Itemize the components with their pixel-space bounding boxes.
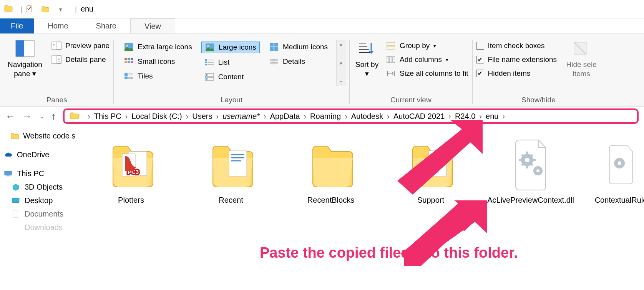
tree-item[interactable]: Downloads [2,221,72,234]
details-pane-label: Details pane [65,55,106,64]
file-name-extensions-toggle[interactable]: File name extensions [476,55,557,64]
tree-item-this-pc[interactable]: This PC [2,167,72,180]
group-layout: Extra large icons Small icons Tiles Larg… [114,38,349,107]
breadcrumb-separator-icon[interactable]: › [125,112,128,121]
back-button[interactable]: ← [5,110,15,122]
layout-tiles[interactable]: Tiles [121,71,195,82]
group-by-button[interactable]: Group by ▾ [386,42,468,50]
tab-file[interactable]: File [0,18,34,33]
sort-label: Sort by ▾ [354,60,380,78]
title-bar: | ▾ | enu [0,0,644,18]
tab-home[interactable]: Home [34,18,82,33]
svg-rect-15 [131,58,133,60]
layout-list[interactable]: List [201,57,260,68]
layout-small-icons[interactable]: Small icons [121,56,195,67]
svg-rect-61 [12,198,19,202]
details-pane-button[interactable]: Details pane [51,55,110,64]
up-button[interactable]: ↑ [51,110,56,122]
annotation-arrow-icon [394,118,486,195]
open-folder-icon[interactable] [40,4,50,14]
breadcrumb-segment[interactable]: Autodesk [351,112,383,121]
layout-label: Tiles [138,72,153,80]
downloads-icon [11,223,21,232]
breadcrumb-separator-icon[interactable]: › [216,112,219,121]
layout-label: Extra large icons [138,43,192,51]
svg-point-83 [618,162,621,165]
sort-by-button[interactable]: Sort by ▾ [354,40,380,78]
hide-selected-label: Hide sele items [566,60,597,78]
tree-item[interactable]: Documents [2,207,72,221]
svg-rect-52 [387,57,389,63]
tree-item[interactable]: Desktop [2,194,72,207]
properties-icon[interactable] [25,4,35,14]
breadcrumb-segment[interactable]: Users [192,112,212,121]
item-label: Recent [219,195,243,205]
layout-label: Large icons [219,43,256,52]
tab-share[interactable]: Share [82,18,130,33]
folder-item[interactable]: RecentBlocks [298,135,363,290]
hide-selected-button[interactable]: Hide sele items [562,40,601,78]
folder-item[interactable]: PC3 Plotters [98,135,164,290]
folder-item[interactable]: Recent [198,135,264,290]
breadcrumb-segment[interactable]: Roaming [310,112,341,121]
navigation-pane-label: Navigation pane ▾ [4,60,46,78]
navigation-pane-button[interactable]: Navigation pane ▾ [4,40,46,78]
layout-content[interactable]: Content [201,72,260,82]
preview-pane-label: Preview pane [65,42,110,50]
tree-item[interactable]: 3D Objects [2,180,72,194]
layout-label: Details [283,57,305,66]
layout-extra-large-icons[interactable]: Extra large icons [121,42,195,52]
add-columns-button[interactable]: Add columns ▾ [386,55,468,64]
dll-file-icon [506,135,556,192]
history-dropdown[interactable]: ⌄ [39,113,44,120]
file-item[interactable]: AcLivePreviewContext.dll [498,135,563,290]
tab-view[interactable]: View [130,18,175,33]
group-layout-label: Layout [221,93,242,104]
breadcrumb-segment[interactable]: AppData [270,112,300,121]
svg-marker-90 [397,120,483,195]
group-current-view: Sort by ▾ Group by ▾ Add columns ▾ Size … [350,38,472,107]
svg-rect-59 [5,171,12,175]
file-item[interactable]: ContextualRule [598,135,644,290]
breadcrumb-separator-icon[interactable]: › [387,112,390,121]
layout-details[interactable]: Details [266,56,331,67]
svg-rect-40 [274,47,278,51]
group-current-view-label: Current view [390,93,432,104]
svg-rect-36 [206,78,207,80]
tree-item[interactable]: Website code stuff [2,129,72,143]
breadcrumb-separator-icon[interactable]: › [264,112,266,121]
dll-file-icon [596,135,644,192]
breadcrumb-separator-icon[interactable]: › [186,112,189,121]
breadcrumb-separator-icon[interactable]: › [304,112,306,121]
navigation-pane-icon [15,40,35,57]
breadcrumb-separator-icon[interactable]: › [345,112,347,121]
svg-rect-60 [7,175,9,176]
tiles-icon [124,72,134,80]
small-icons-icon [124,57,134,66]
folder-recent-icon [206,135,256,192]
content-icon [204,73,214,81]
svg-rect-35 [206,74,207,76]
tree-item-onedrive[interactable]: OneDrive [2,148,72,162]
preview-pane-button[interactable]: Preview pane [51,42,110,50]
group-by-label: Group by [400,42,430,50]
size-columns-button[interactable]: Size all columns to fit [386,69,468,78]
forward-button[interactable]: → [22,110,32,122]
breadcrumb-segment[interactable]: Local Disk (C:) [131,112,182,121]
item-check-boxes-toggle[interactable]: Item check boxes [476,42,557,50]
qat-dropdown-icon[interactable]: ▾ [56,4,66,14]
layout-scrollbar[interactable]: ▴▾≡ [336,40,345,86]
breadcrumb-separator-icon[interactable]: › [502,112,505,121]
svg-point-12 [126,45,128,47]
preview-pane-icon [51,42,61,50]
breadcrumb-segment[interactable]: This PC [94,112,121,121]
breadcrumb-segment[interactable]: enu [486,112,498,121]
breadcrumb-segment[interactable]: username* [222,112,260,121]
group-show-hide-label: Show/hide [521,93,556,104]
file-list[interactable]: PC3 Plotters Recent [75,125,644,290]
window-title: enu [81,5,93,13]
hidden-items-toggle[interactable]: Hidden items [476,69,557,78]
layout-medium-icons[interactable]: Medium icons [266,42,331,52]
address-bar[interactable]: › This PC› Local Disk (C:)› Users› usern… [63,108,639,124]
layout-large-icons[interactable]: Large icons [201,42,260,53]
